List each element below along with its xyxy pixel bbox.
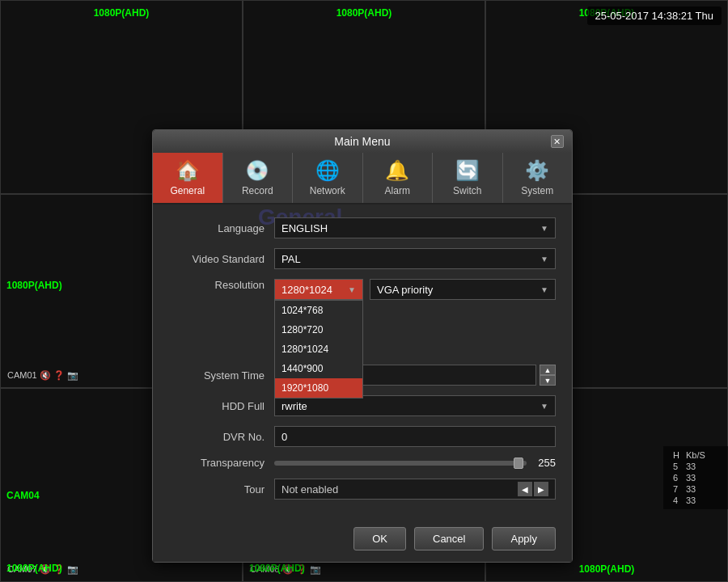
- video-standard-row: Video Standard PAL ▼: [169, 248, 556, 269]
- alarm-icon: 🔔: [385, 159, 409, 182]
- transparency-value: 255: [531, 457, 556, 469]
- tour-arrows: ◀ ▶: [518, 482, 548, 496]
- time-arrows: ▲ ▼: [540, 365, 556, 386]
- resolution-row: Resolution 1280*1024 ▼ 1024*768 1280*720…: [169, 279, 556, 300]
- ok-button[interactable]: OK: [353, 527, 406, 550]
- transparency-track[interactable]: [274, 461, 527, 466]
- network-icon: 🌐: [315, 159, 340, 182]
- vga-priority-select[interactable]: VGA priority ▼: [370, 279, 556, 300]
- nav-tabs: 🏠 General 💿 Record 🌐 Network 🔔 Alarm 🔄 S…: [153, 153, 572, 205]
- tour-value: Not enabled: [281, 483, 338, 496]
- tab-network[interactable]: 🌐 Network: [293, 153, 363, 203]
- tab-record-label: Record: [242, 185, 273, 196]
- video-standard-label: Video Standard: [169, 253, 274, 265]
- resolution-label: Resolution: [169, 279, 274, 291]
- resolution-option-1[interactable]: 1024*768: [275, 301, 362, 320]
- system-icon: ⚙️: [525, 159, 549, 182]
- tour-select[interactable]: Not enabled ◀ ▶: [274, 479, 556, 500]
- video-standard-arrow: ▼: [540, 255, 548, 264]
- dvr-no-input[interactable]: [274, 426, 556, 447]
- transparency-thumb[interactable]: [514, 458, 523, 469]
- tab-system[interactable]: ⚙️ System: [503, 153, 573, 203]
- modal-overlay: Main Menu ✕ 🏠 General 💿 Record 🌐 Network…: [0, 0, 728, 582]
- menu-footer: OK Cancel Apply: [153, 519, 572, 562]
- language-label: Language: [169, 222, 274, 234]
- language-select[interactable]: ENGLISH ▼: [274, 217, 556, 238]
- time-arrow-down[interactable]: ▼: [540, 375, 556, 386]
- tab-network-label: Network: [310, 185, 345, 196]
- transparency-row: Transparency 255: [169, 457, 556, 469]
- general-icon: 🏠: [176, 159, 200, 182]
- tab-alarm[interactable]: 🔔 Alarm: [363, 153, 434, 203]
- tab-switch[interactable]: 🔄 Switch: [433, 153, 503, 203]
- language-row: Language ENGLISH ▼: [169, 217, 556, 238]
- dvr-no-label: DVR No.: [169, 431, 274, 443]
- transparency-label: Transparency: [169, 457, 274, 469]
- video-standard-select[interactable]: PAL ▼: [274, 248, 556, 269]
- resolution-arrow: ▼: [348, 285, 356, 294]
- menu-content: General Language ENGLISH ▼ Video Standar…: [153, 205, 572, 519]
- tour-label: Tour: [169, 483, 274, 496]
- time-arrow-up[interactable]: ▲: [540, 365, 556, 375]
- language-value: ENGLISH: [281, 222, 328, 234]
- transparency-slider-container: 255: [274, 457, 556, 469]
- resolution-option-3[interactable]: 1280*1024: [275, 340, 362, 359]
- apply-button[interactable]: Apply: [492, 527, 556, 550]
- dialog-title: Main Menu: [334, 135, 390, 148]
- system-time-label: System Time: [169, 369, 274, 382]
- hdd-full-value: rwrite: [281, 400, 307, 412]
- resolution-option-5[interactable]: 1920*1080: [275, 378, 362, 398]
- resolution-value: 1280*1024: [281, 284, 332, 296]
- record-icon: 💿: [245, 159, 269, 182]
- switch-icon: 🔄: [455, 159, 480, 182]
- cancel-button[interactable]: Cancel: [414, 527, 484, 550]
- tab-general[interactable]: 🏠 General: [153, 153, 223, 203]
- vga-priority-value: VGA priority: [377, 284, 433, 296]
- close-button[interactable]: ✕: [551, 135, 564, 148]
- resolution-select[interactable]: 1280*1024 ▼: [274, 279, 363, 300]
- language-arrow: ▼: [540, 224, 548, 233]
- dvr-no-row: DVR No.: [169, 426, 556, 447]
- resolution-dropdown-wrapper: 1280*1024 ▼ 1024*768 1280*720 1280*1024 …: [274, 279, 363, 300]
- vga-arrow: ▼: [540, 285, 548, 294]
- tour-arrow-right[interactable]: ▶: [534, 482, 548, 496]
- tour-arrow-left[interactable]: ◀: [518, 482, 532, 496]
- tab-system-label: System: [521, 185, 553, 196]
- video-standard-value: PAL: [281, 253, 301, 265]
- tab-alarm-label: Alarm: [385, 185, 410, 196]
- resolution-option-4[interactable]: 1440*900: [275, 359, 362, 378]
- tab-switch-label: Switch: [453, 185, 481, 196]
- tab-record[interactable]: 💿 Record: [223, 153, 294, 203]
- tour-row: Tour Not enabled ◀ ▶: [169, 479, 556, 500]
- hdd-full-label: HDD Full: [169, 400, 274, 412]
- tab-general-label: General: [170, 185, 205, 196]
- resolution-option-2[interactable]: 1280*720: [275, 320, 362, 340]
- dialog-titlebar: Main Menu ✕: [153, 130, 572, 153]
- hdd-arrow: ▼: [540, 402, 548, 411]
- main-menu-dialog: Main Menu ✕ 🏠 General 💿 Record 🌐 Network…: [152, 129, 573, 563]
- resolution-dropdown-list: 1024*768 1280*720 1280*1024 1440*900 192…: [274, 300, 363, 399]
